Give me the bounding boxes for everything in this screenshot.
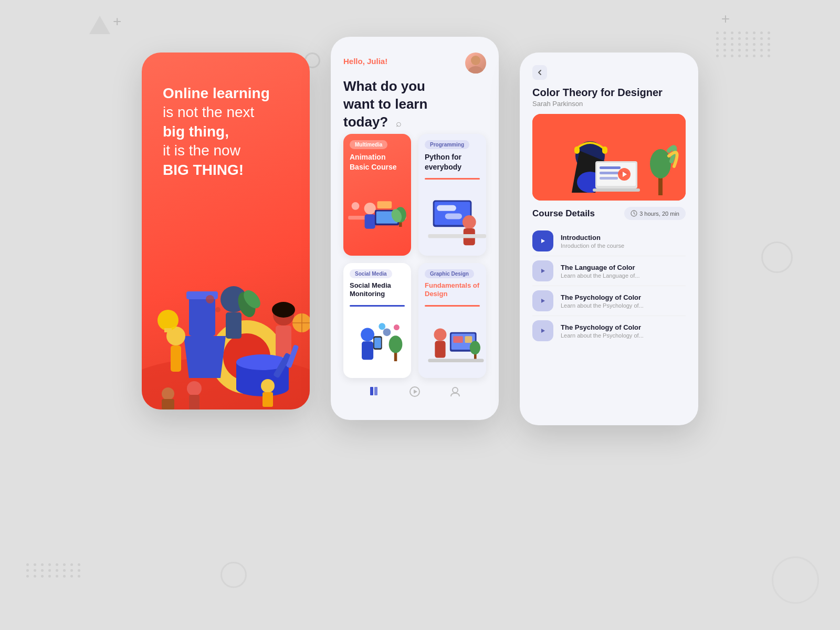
lesson-subtitle-3: Learn about the Psychology of... — [561, 302, 686, 309]
svg-point-61 — [434, 329, 446, 341]
play-btn-2[interactable] — [532, 260, 553, 281]
nav-play-icon[interactable] — [409, 386, 421, 400]
lesson-info-1: Introduction Inroduction of the course — [561, 234, 686, 249]
deco-dots-2 — [26, 563, 82, 578]
svg-point-36 — [364, 203, 376, 214]
lesson-item-2[interactable]: The Language of Color Learn about the La… — [532, 256, 686, 286]
phone-2-content: Hello, Julia! What do you want to learn … — [331, 37, 499, 420]
duration-text: 3 hours, 20 min — [639, 211, 679, 217]
lesson-title-4: The Psychology of Color — [561, 323, 686, 331]
svg-point-23 — [187, 381, 202, 396]
svg-rect-51 — [445, 213, 462, 219]
back-button[interactable] — [532, 65, 547, 80]
lesson-info-2: The Language of Color Learn about the La… — [561, 264, 686, 279]
phones-container: Online learning is not the next big thin… — [142, 52, 698, 425]
lesson-title-1: Introduction — [561, 234, 686, 242]
greeting-text: Hello, Julia! — [343, 57, 387, 66]
svg-point-43 — [352, 202, 360, 210]
svg-point-89 — [650, 149, 671, 178]
svg-point-30 — [215, 307, 220, 312]
course-tag-multimedia: Multimedia — [350, 140, 387, 149]
svg-rect-28 — [162, 399, 174, 410]
svg-point-27 — [162, 387, 174, 400]
headline-bold-1: Online learning — [163, 85, 270, 101]
deco-dots-1 — [716, 32, 772, 57]
lesson-subtitle-1: Inroduction of the course — [561, 243, 686, 249]
lesson-title-3: The Psychology of Color — [561, 293, 686, 301]
deco-circle-2 — [761, 242, 793, 273]
svg-rect-50 — [437, 205, 456, 211]
deco-triangle-1 — [89, 16, 110, 34]
course-tag-social: Social Media — [350, 269, 392, 278]
course-divider-2 — [350, 305, 405, 307]
svg-point-25 — [261, 379, 275, 393]
courses-grid: Multimedia Animation Basic Course — [343, 134, 486, 378]
svg-rect-69 — [428, 359, 484, 362]
phone-1-content: Online learning is not the next big thin… — [142, 52, 310, 211]
course-card-programming[interactable]: Programming Python for everybody — [418, 134, 486, 255]
course-title-python: Python for everybody — [418, 152, 486, 175]
bottom-nav — [343, 378, 486, 407]
svg-point-29 — [206, 295, 214, 303]
svg-point-74 — [453, 387, 458, 393]
course-detail-title: Color Theory for Designer — [532, 86, 686, 99]
learn-question: What do you want to learn today? ⌕ — [343, 78, 486, 131]
phone-2: Hello, Julia! What do you want to learn … — [331, 37, 499, 420]
course-tag-design: Graphic Design — [425, 269, 474, 278]
course-card-design[interactable]: Graphic Design Fundamentals of Design — [418, 263, 486, 378]
lesson-item-1[interactable]: Introduction Inroduction of the course — [532, 226, 686, 256]
svg-point-58 — [383, 329, 391, 337]
svg-point-52 — [361, 328, 374, 342]
svg-rect-78 — [602, 146, 607, 154]
course-card-social[interactable]: Social Media Social Media Monitoring — [343, 263, 411, 378]
svg-marker-92 — [541, 269, 545, 273]
play-btn-1[interactable] — [532, 230, 553, 251]
svg-rect-44 — [377, 201, 392, 208]
svg-point-57 — [389, 336, 403, 353]
course-tag-programming: Programming — [425, 140, 469, 149]
user-avatar[interactable] — [465, 52, 486, 74]
svg-rect-11 — [226, 312, 242, 339]
deco-circle-3 — [772, 556, 819, 604]
nav-books-icon[interactable] — [369, 385, 380, 400]
svg-rect-24 — [189, 395, 200, 410]
course-img-python — [418, 184, 486, 256]
lesson-item-3[interactable]: The Psychology of Color Learn about the … — [532, 286, 686, 316]
svg-marker-91 — [541, 239, 545, 243]
phone-1-illustration — [142, 189, 310, 410]
svg-rect-62 — [435, 341, 445, 358]
svg-rect-77 — [574, 146, 580, 154]
lesson-item-4[interactable]: The Psychology of Color Learn about the … — [532, 316, 686, 345]
deco-plus-1: + — [113, 13, 121, 30]
svg-rect-7 — [171, 345, 181, 372]
svg-rect-85 — [600, 177, 618, 180]
course-hero-image — [532, 114, 686, 201]
course-divider-3 — [425, 305, 480, 307]
search-icon-sm[interactable]: ⌕ — [396, 118, 402, 129]
svg-rect-49 — [428, 234, 486, 238]
play-btn-3[interactable] — [532, 290, 553, 311]
deco-plus-2: + — [721, 10, 730, 27]
svg-rect-37 — [365, 214, 375, 229]
course-title-social: Social Media Monitoring — [343, 281, 411, 303]
svg-point-59 — [394, 324, 400, 330]
svg-marker-73 — [414, 390, 417, 394]
svg-rect-26 — [262, 392, 273, 407]
lesson-subtitle-2: Learn about the Language of... — [561, 272, 686, 279]
svg-rect-70 — [370, 387, 373, 395]
svg-rect-66 — [465, 337, 472, 343]
course-img-animation — [343, 176, 411, 256]
course-card-multimedia[interactable]: Multimedia Animation Basic Course — [343, 134, 411, 255]
svg-point-60 — [379, 323, 385, 330]
play-btn-4[interactable] — [532, 320, 553, 341]
svg-marker-4 — [184, 336, 226, 378]
svg-marker-94 — [541, 329, 545, 333]
svg-rect-71 — [374, 387, 377, 395]
nav-profile-icon[interactable] — [449, 386, 461, 400]
deco-circle-1 — [220, 562, 247, 588]
svg-rect-65 — [453, 337, 463, 343]
duration-badge: 3 hours, 20 min — [624, 207, 686, 220]
svg-point-33 — [471, 56, 480, 65]
lesson-info-4: The Psychology of Color Learn about the … — [561, 323, 686, 339]
course-detail-author: Sarah Parkinson — [532, 100, 686, 108]
